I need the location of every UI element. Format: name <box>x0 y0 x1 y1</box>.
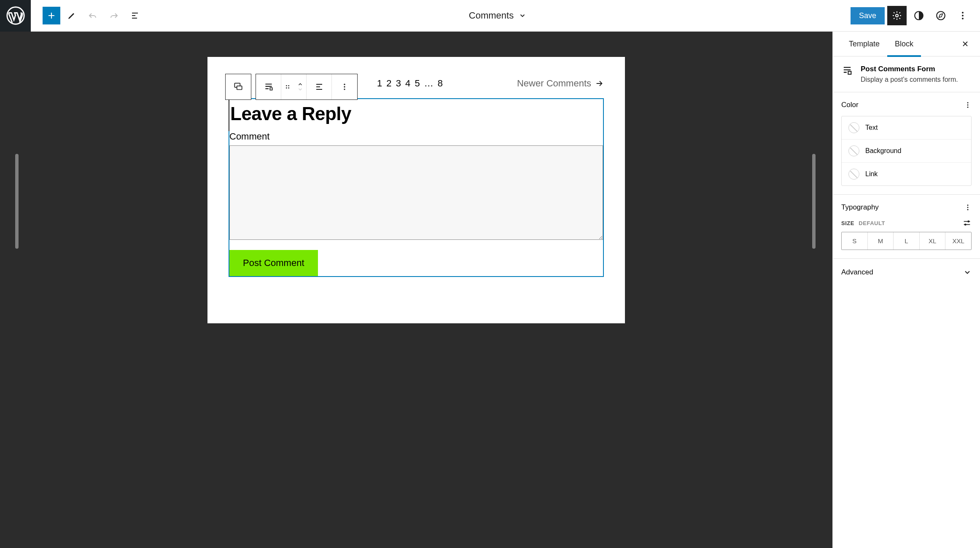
post-comment-button[interactable]: Post Comment <box>229 250 318 276</box>
wordpress-icon <box>6 6 25 25</box>
newer-comments-link[interactable]: Newer Comments <box>517 78 604 89</box>
redo-button[interactable] <box>104 6 124 25</box>
post-comments-form-block[interactable]: Leave a Reply Comment Post Comment <box>229 98 604 277</box>
size-preset-xl[interactable]: XL <box>920 232 946 250</box>
size-preset-m[interactable]: M <box>868 232 894 250</box>
newer-comments-label: Newer Comments <box>517 78 591 89</box>
arrow-right-icon <box>595 79 604 88</box>
size-preset-l[interactable]: L <box>894 232 920 250</box>
svg-point-18 <box>967 102 969 103</box>
redo-icon <box>109 11 119 21</box>
block-parent-button[interactable] <box>256 74 281 99</box>
compass-icon <box>935 10 946 21</box>
svg-point-24 <box>967 220 969 223</box>
list-icon <box>130 11 140 21</box>
svg-rect-8 <box>237 86 242 90</box>
svg-rect-9 <box>270 88 272 90</box>
svg-point-10 <box>286 85 287 86</box>
chevron-down-icon <box>297 87 303 91</box>
block-drag-handle[interactable] <box>281 74 294 99</box>
block-toolbar <box>225 74 358 100</box>
size-custom-toggle[interactable] <box>962 218 972 228</box>
comments-block-icon <box>233 81 244 92</box>
svg-point-6 <box>962 18 964 19</box>
color-row-link[interactable]: Link <box>842 163 971 185</box>
color-row-text[interactable]: Text <box>842 116 971 140</box>
sidebar-tabs: Template Block <box>833 32 980 56</box>
add-block-button[interactable] <box>43 7 60 24</box>
size-preset-group: S M L XL XXL <box>841 232 972 250</box>
size-preset-xxl[interactable]: XXL <box>945 232 971 250</box>
document-overview-button[interactable] <box>125 6 145 25</box>
size-preset-s[interactable]: S <box>842 232 868 250</box>
tab-block[interactable]: Block <box>887 32 921 56</box>
svg-point-14 <box>344 84 345 85</box>
color-row-background-label: Background <box>865 147 901 155</box>
pagination-numbers[interactable]: 1 2 3 4 5 … 8 <box>377 78 444 89</box>
block-header-title: Post Comments Form <box>861 65 972 73</box>
size-default-label: DEFAULT <box>859 220 885 226</box>
document-title-area[interactable]: Comments <box>145 10 851 21</box>
svg-point-25 <box>964 223 967 226</box>
svg-point-16 <box>344 89 345 90</box>
color-swatch-none-icon <box>848 169 859 180</box>
block-align-button[interactable] <box>307 74 332 99</box>
block-type-button[interactable] <box>226 74 251 99</box>
block-header-section: Post Comments Form Display a post's comm… <box>833 56 980 92</box>
comment-field-label: Comment <box>229 131 603 142</box>
typography-panel: Typography SIZE DEFAULT S M L XL XXL <box>833 195 980 259</box>
tab-template[interactable]: Template <box>841 32 887 56</box>
dots-vertical-icon <box>958 11 968 21</box>
reply-heading[interactable]: Leave a Reply <box>229 99 603 131</box>
color-panel: Color Text Background Link <box>833 92 980 195</box>
svg-point-13 <box>288 87 289 89</box>
dots-vertical-icon <box>964 204 972 211</box>
canvas-resize-handle-right[interactable] <box>812 154 816 249</box>
tools-button[interactable] <box>62 6 81 25</box>
undo-icon <box>88 11 98 21</box>
styles-button[interactable] <box>909 6 929 25</box>
contrast-icon <box>913 10 924 21</box>
undo-button[interactable] <box>83 6 102 25</box>
save-button[interactable]: Save <box>851 7 885 24</box>
svg-point-11 <box>288 85 289 86</box>
color-panel-title: Color <box>841 101 859 109</box>
comment-form-icon <box>841 65 853 77</box>
color-list: Text Background Link <box>841 116 972 186</box>
color-panel-options-button[interactable] <box>964 101 972 109</box>
top-right-controls: Save <box>851 6 980 25</box>
plus-icon <box>46 11 57 21</box>
color-swatch-none-icon <box>848 145 859 156</box>
advanced-panel-toggle[interactable]: Advanced <box>833 259 980 286</box>
wordpress-logo-button[interactable] <box>0 0 31 32</box>
dots-vertical-icon <box>340 83 349 91</box>
svg-point-12 <box>286 87 287 89</box>
svg-point-23 <box>967 209 969 210</box>
top-toolbar: Comments Save <box>0 0 980 32</box>
color-row-text-label: Text <box>865 124 878 132</box>
settings-sidebar: Template Block Post Comments Form Displa… <box>832 32 980 548</box>
editor-canvas[interactable]: 1 2 3 4 5 … 8 Newer Comments Leave a Rep… <box>207 57 625 323</box>
svg-point-15 <box>344 86 345 87</box>
svg-point-3 <box>937 11 945 20</box>
chevron-down-icon <box>963 268 972 277</box>
block-header-icon <box>841 65 853 77</box>
block-options-button[interactable] <box>332 74 357 99</box>
close-sidebar-button[interactable] <box>959 38 972 50</box>
options-button[interactable] <box>953 6 972 25</box>
main-area: 1 2 3 4 5 … 8 Newer Comments Leave a Rep… <box>0 32 980 548</box>
canvas-resize-handle-left[interactable] <box>15 154 19 249</box>
comment-textarea[interactable] <box>229 145 603 240</box>
close-icon <box>961 40 969 48</box>
color-row-background[interactable]: Background <box>842 140 971 163</box>
block-move-buttons[interactable] <box>294 74 307 99</box>
align-icon <box>314 82 324 92</box>
typography-panel-options-button[interactable] <box>964 204 972 211</box>
top-left-controls <box>31 6 145 25</box>
drag-icon <box>284 83 291 90</box>
chevron-up-icon <box>297 82 303 86</box>
settings-button[interactable] <box>887 6 907 25</box>
view-button[interactable] <box>931 6 950 25</box>
svg-point-5 <box>962 15 964 16</box>
advanced-panel-title: Advanced <box>841 268 873 277</box>
